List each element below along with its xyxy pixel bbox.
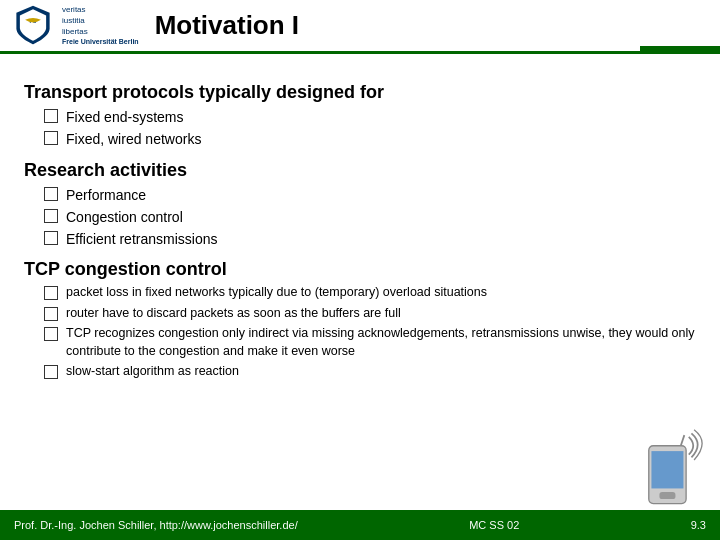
research-heading: Research activities <box>24 160 696 181</box>
transport-bullet-2: Fixed, wired networks <box>66 129 201 149</box>
list-item: Fixed end-systems <box>44 107 696 127</box>
university-logo: FU <box>12 4 54 46</box>
svg-rect-3 <box>659 492 675 499</box>
tcp-bullet-2: router have to discard packets as soon a… <box>66 305 401 323</box>
transport-bullet-1: Fixed end-systems <box>66 107 183 127</box>
bullet-icon <box>44 286 58 300</box>
research-list: Performance Congestion control Efficient… <box>44 185 696 250</box>
tcp-bullet-3: TCP recognizes congestion only indirect … <box>66 325 696 360</box>
research-bullet-1: Performance <box>66 185 146 205</box>
footer-left: Prof. Dr.-Ing. Jochen Schiller, http://w… <box>14 519 298 531</box>
tcp-bullet-1: packet loss in fixed networks typically … <box>66 284 487 302</box>
bullet-icon <box>44 231 58 245</box>
list-item: Performance <box>44 185 696 205</box>
bullet-icon <box>44 365 58 379</box>
bullet-icon <box>44 187 58 201</box>
bullet-icon <box>44 209 58 223</box>
title-area: Motivation I <box>139 10 708 41</box>
transport-heading: Transport protocols typically designed f… <box>24 82 696 103</box>
transport-list: Fixed end-systems Fixed, wired networks <box>44 107 696 150</box>
phone-illustration <box>636 428 706 508</box>
list-item: Fixed, wired networks <box>44 129 696 149</box>
header-accent-bar <box>640 46 720 54</box>
tcp-list: packet loss in fixed networks typically … <box>44 284 696 381</box>
bullet-icon <box>44 307 58 321</box>
slide-title: Motivation I <box>155 10 299 41</box>
svg-line-4 <box>681 435 685 446</box>
logo-text: veritas iustitia libertas Freie Universi… <box>62 4 139 47</box>
footer-right: 9.3 <box>691 519 706 531</box>
bullet-icon <box>44 327 58 341</box>
logo-area: FU veritas iustitia libertas Freie Unive… <box>12 4 139 47</box>
bullet-icon <box>44 109 58 123</box>
list-item: router have to discard packets as soon a… <box>44 305 696 323</box>
list-item: Congestion control <box>44 207 696 227</box>
research-bullet-2: Congestion control <box>66 207 183 227</box>
list-item: Efficient retransmissions <box>44 229 696 249</box>
research-bullet-3: Efficient retransmissions <box>66 229 217 249</box>
svg-rect-2 <box>651 451 683 488</box>
footer-center: MC SS 02 <box>469 519 519 531</box>
header: FU veritas iustitia libertas Freie Unive… <box>0 0 720 54</box>
tcp-bullet-4: slow-start algorithm as reaction <box>66 363 239 381</box>
bullet-icon <box>44 131 58 145</box>
main-content: Transport protocols typically designed f… <box>0 54 720 397</box>
tcp-heading: TCP congestion control <box>24 259 696 280</box>
list-item: packet loss in fixed networks typically … <box>44 284 696 302</box>
list-item: slow-start algorithm as reaction <box>44 363 696 381</box>
footer: Prof. Dr.-Ing. Jochen Schiller, http://w… <box>0 510 720 540</box>
list-item: TCP recognizes congestion only indirect … <box>44 325 696 360</box>
